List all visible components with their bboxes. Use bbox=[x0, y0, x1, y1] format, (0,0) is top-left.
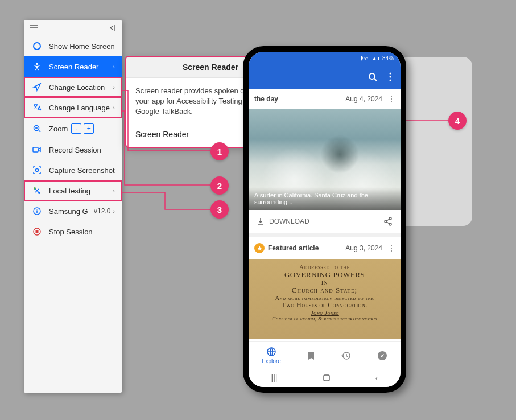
nav-saved[interactable] bbox=[307, 351, 315, 360]
card-more-icon[interactable]: ⋮ bbox=[388, 244, 395, 252]
search-icon[interactable] bbox=[368, 72, 378, 82]
svg-point-14 bbox=[389, 217, 391, 220]
compass-icon bbox=[377, 351, 387, 361]
book-line: Two Houses of Convocation. bbox=[257, 301, 393, 310]
chevron-right-icon: › bbox=[113, 63, 115, 70]
card2-date: Aug 3, 2024 bbox=[345, 244, 382, 252]
translate-icon bbox=[31, 103, 43, 112]
card-more-icon[interactable]: ⋮ bbox=[388, 95, 395, 103]
card-picture-of-day[interactable]: the day Aug 4, 2024 ⋮ A surfer in Califo… bbox=[249, 89, 401, 233]
sidebar-item-language[interactable]: Change Language › bbox=[24, 97, 122, 118]
card2-title: ★ Featured article bbox=[254, 243, 319, 253]
card2-image: Addressed to the GOVERNING POWERS IN Chu… bbox=[249, 259, 401, 339]
stop-icon bbox=[31, 227, 43, 236]
svg-point-1 bbox=[36, 63, 38, 65]
book-line: Addressed to the bbox=[257, 263, 393, 270]
card1-title: the day bbox=[254, 95, 278, 103]
sidebar-item-label: Local testing bbox=[49, 187, 90, 195]
svg-point-0 bbox=[34, 43, 40, 50]
nav-label: Explore bbox=[262, 358, 281, 364]
book-line: John Jones bbox=[257, 310, 393, 316]
book-line: And more immediately directed to the bbox=[257, 295, 393, 301]
book-line: Confider in medium, & rebus succurrite v… bbox=[257, 316, 393, 322]
home-button[interactable] bbox=[323, 374, 331, 382]
camera-icon bbox=[31, 145, 43, 154]
sidebar-item-label: Change Language bbox=[49, 104, 110, 112]
card1-image: A surfer in California. Santa Cruz and t… bbox=[249, 109, 401, 210]
bottom-nav: Explore bbox=[249, 341, 401, 369]
battery-label: 84% bbox=[382, 55, 394, 61]
network-icon bbox=[31, 186, 43, 195]
sidebar-item-localtest[interactable]: Local testing › bbox=[24, 180, 122, 201]
svg-rect-9 bbox=[36, 230, 39, 233]
screenshot-icon bbox=[31, 166, 43, 175]
chevron-right-icon: › bbox=[113, 187, 115, 194]
history-icon bbox=[341, 351, 351, 361]
sidebar-item-screenshot[interactable]: Capture Screenshot bbox=[24, 160, 122, 180]
svg-rect-3 bbox=[33, 147, 38, 152]
sidebar-item-label: Samsung Gal bbox=[49, 207, 88, 216]
callout-4: 4 bbox=[448, 112, 467, 130]
phone-frame: ⬮ ᯤ ▲▮ 84% the day Aug 4, 2024 ⋮ bbox=[243, 46, 406, 393]
card2-title-text: Featured article bbox=[268, 244, 319, 252]
svg-rect-20 bbox=[324, 375, 329, 381]
sidebar-item-label: Screen Reader bbox=[49, 63, 98, 71]
chevron-right-icon: › bbox=[113, 104, 115, 111]
svg-point-10 bbox=[369, 73, 375, 79]
sidebar-item-device[interactable]: Samsung Gal v12.0 › bbox=[24, 201, 122, 221]
more-icon[interactable] bbox=[389, 72, 391, 81]
sidebar-item-location[interactable]: Change Location › bbox=[24, 77, 122, 97]
sidebar-item-label: Stop Session bbox=[49, 228, 93, 236]
card1-caption: A surfer in California. Santa Cruz and t… bbox=[249, 187, 401, 210]
svg-point-15 bbox=[385, 220, 387, 223]
hamburger-icon[interactable] bbox=[30, 25, 38, 31]
status-bar: ⬮ ᯤ ▲▮ 84% bbox=[249, 52, 401, 64]
bookmark-icon bbox=[307, 351, 315, 360]
globe-icon bbox=[266, 347, 276, 357]
sidebar-item-label: Change Location bbox=[49, 83, 105, 92]
device-version: v12.0 bbox=[94, 207, 110, 215]
card-featured-article[interactable]: ★ Featured article Aug 3, 2024 ⋮ Address… bbox=[249, 237, 401, 341]
svg-point-11 bbox=[390, 73, 391, 75]
chevron-right-icon: › bbox=[113, 208, 115, 215]
sidebar-item-stop[interactable]: Stop Session bbox=[24, 221, 122, 242]
download-button[interactable]: DOWNLOAD bbox=[257, 217, 309, 225]
sidebar-item-label: Show Home Screen bbox=[49, 42, 115, 51]
callout-2: 2 bbox=[210, 176, 229, 195]
accessibility-icon bbox=[31, 62, 43, 71]
system-nav: ||| ‹ bbox=[249, 369, 401, 387]
book-line: Church and State; bbox=[257, 286, 393, 295]
sidebar-item-screenreader[interactable]: Screen Reader › bbox=[24, 56, 122, 77]
svg-point-16 bbox=[389, 223, 391, 225]
share-icon[interactable] bbox=[383, 217, 393, 226]
chevron-right-icon: › bbox=[113, 84, 115, 90]
svg-point-12 bbox=[390, 76, 391, 78]
sidebar-item-home[interactable]: Show Home Screen bbox=[24, 36, 122, 56]
book-line: IN bbox=[257, 279, 393, 286]
nav-explore[interactable]: Explore bbox=[262, 347, 281, 364]
sidebar-header bbox=[24, 20, 122, 36]
nav-discover[interactable] bbox=[377, 351, 387, 361]
info-icon bbox=[31, 207, 43, 216]
zoom-in-button[interactable]: + bbox=[84, 123, 94, 134]
svg-point-4 bbox=[36, 169, 39, 172]
sidebar-item-label: Zoom bbox=[49, 125, 68, 133]
star-icon: ★ bbox=[254, 243, 265, 253]
nav-history[interactable] bbox=[341, 351, 351, 361]
recent-apps-button[interactable]: ||| bbox=[271, 373, 278, 382]
popup-toggle-label: Screen Reader bbox=[135, 130, 189, 139]
sidebar-item-record[interactable]: Record Session bbox=[24, 139, 122, 160]
feed[interactable]: the day Aug 4, 2024 ⋮ A surfer in Califo… bbox=[249, 89, 401, 341]
sidebar-panel: Show Home Screen Screen Reader › Change … bbox=[24, 20, 122, 393]
status-icons: ⬮ ᯤ ▲▮ bbox=[360, 55, 380, 61]
back-button[interactable]: ‹ bbox=[375, 373, 378, 382]
callout-3: 3 bbox=[210, 200, 229, 219]
card1-date: Aug 4, 2024 bbox=[345, 95, 382, 103]
sidebar-item-label: Capture Screenshot bbox=[49, 166, 115, 175]
zoom-out-button[interactable]: - bbox=[71, 123, 81, 134]
collapse-icon[interactable] bbox=[108, 24, 116, 31]
callout-1: 1 bbox=[210, 142, 229, 160]
circle-icon bbox=[31, 42, 43, 51]
phone-screen: ⬮ ᯤ ▲▮ 84% the day Aug 4, 2024 ⋮ bbox=[249, 52, 401, 387]
sidebar-item-zoom: Zoom - + bbox=[24, 118, 122, 139]
